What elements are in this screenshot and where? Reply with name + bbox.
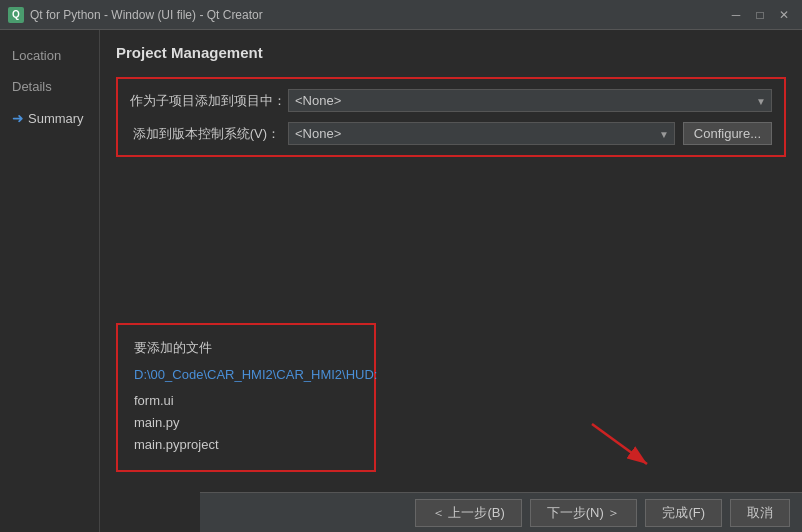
sidebar-item-details[interactable]: Details: [0, 71, 99, 102]
page-title: Project Management: [116, 44, 786, 61]
form-row-subproject: 作为子项目添加到项目中： <None> ▼: [130, 89, 772, 112]
main-layout: Location Details ➜ Summary Project Manag…: [0, 30, 802, 532]
sidebar: Location Details ➜ Summary: [0, 30, 100, 532]
svg-line-1: [592, 424, 647, 464]
project-management-form: 作为子项目添加到项目中： <None> ▼ 添加到版本控制系统(V)： <Non…: [116, 77, 786, 157]
red-arrow-icon: [582, 414, 662, 474]
arrow-annotation: [582, 414, 662, 477]
sidebar-item-summary[interactable]: ➜ Summary: [0, 102, 99, 134]
files-title: 要添加的文件: [134, 339, 358, 357]
vcs-select-wrapper: <None> ▼: [288, 122, 675, 145]
sidebar-item-label: Summary: [28, 111, 84, 126]
close-button[interactable]: ✕: [774, 5, 794, 25]
subproject-label: 作为子项目添加到项目中：: [130, 92, 280, 110]
back-button[interactable]: ＜ 上一步(B): [415, 499, 522, 527]
files-path: D:\00_Code\CAR_HMI2\CAR_HMI2\HUD:: [134, 367, 358, 382]
titlebar: Q Qt for Python - Window (UI file) - Qt …: [0, 0, 802, 30]
form-row-vcs: 添加到版本控制系统(V)： <None> ▼ Configure...: [130, 122, 772, 145]
window-title: Qt for Python - Window (UI file) - Qt Cr…: [30, 8, 726, 22]
app-icon: Q: [8, 7, 24, 23]
file-item: form.ui: [134, 390, 358, 412]
window-controls: ─ □ ✕: [726, 5, 794, 25]
content-area: Project Management 作为子项目添加到项目中： <None> ▼…: [100, 30, 802, 532]
cancel-button[interactable]: 取消: [730, 499, 790, 527]
subproject-select[interactable]: <None>: [288, 89, 772, 112]
vcs-label: 添加到版本控制系统(V)：: [130, 125, 280, 143]
active-arrow-icon: ➜: [12, 110, 24, 126]
sidebar-item-label: Location: [12, 48, 61, 63]
next-button[interactable]: 下一步(N) ＞: [530, 499, 638, 527]
files-section: 要添加的文件 D:\00_Code\CAR_HMI2\CAR_HMI2\HUD:…: [116, 323, 376, 472]
files-list: form.ui main.py main.pyproject: [134, 390, 358, 456]
vcs-select[interactable]: <None>: [288, 122, 675, 145]
file-item: main.py: [134, 412, 358, 434]
sidebar-item-location[interactable]: Location: [0, 40, 99, 71]
file-item: main.pyproject: [134, 434, 358, 456]
bottom-bar: ＜ 上一步(B) 下一步(N) ＞ 完成(F) 取消: [200, 492, 802, 532]
sidebar-item-label: Details: [12, 79, 52, 94]
subproject-select-wrapper: <None> ▼: [288, 89, 772, 112]
configure-button[interactable]: Configure...: [683, 122, 772, 145]
minimize-button[interactable]: ─: [726, 5, 746, 25]
finish-button[interactable]: 完成(F): [645, 499, 722, 527]
maximize-button[interactable]: □: [750, 5, 770, 25]
